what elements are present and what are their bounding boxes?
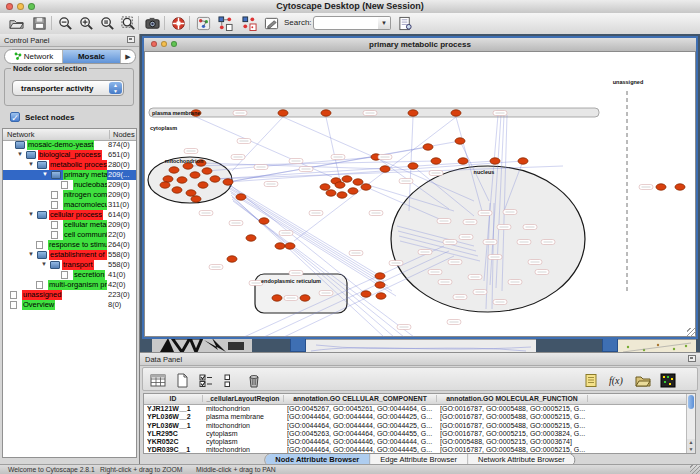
scrollbar-arrows[interactable]: ▲▼	[687, 439, 695, 453]
tabs-overflow-arrow[interactable]: ▶	[121, 50, 135, 63]
save-button[interactable]	[29, 14, 49, 32]
svg-text:cytoplasm: cytoplasm	[150, 125, 177, 131]
tree-row-count: 558(0)	[108, 260, 130, 270]
open-file-button[interactable]	[6, 14, 26, 32]
window-resize-grip[interactable]	[690, 464, 700, 474]
tree-row-label: establishment of lo	[49, 250, 107, 260]
status-pan-hint: Middle-click + drag to PAN	[196, 466, 276, 473]
scrollbar-thumb[interactable]	[688, 395, 694, 409]
tree-row[interactable]: ▼metabolic process280(0)	[3, 160, 136, 170]
zoom-fit-button[interactable]	[118, 14, 138, 32]
attribute-grid-button[interactable]	[148, 370, 168, 389]
network-window-titlebar[interactable]: primary metabolic process	[144, 38, 696, 52]
tree-row[interactable]: ▼primary metabo209(...	[3, 170, 136, 180]
table-cell: [GO:0005488, GO:0005215, GO:0003674]	[440, 438, 588, 446]
tree-row-count: 209(...	[108, 170, 129, 180]
table-row[interactable]: YPL036W__1mitochondrion[GO:0044464, GO:0…	[144, 422, 686, 430]
file-icon	[36, 281, 43, 289]
tree-row[interactable]: ▼establishment of lo558(0)	[3, 250, 136, 260]
table-row[interactable]: YPL036W__2plasma membrane[GO:0044464, GO…	[144, 413, 686, 421]
import-network-button[interactable]	[215, 14, 235, 32]
tree-row[interactable]: cell communicat22(0)	[3, 230, 136, 240]
tree-row[interactable]: secretion41(0)	[3, 270, 136, 280]
window-resize-grip[interactable]	[687, 328, 696, 337]
node-color-select[interactable]: transporter activity ▲▼	[12, 80, 124, 96]
network-canvas[interactable]: plasma membranecytoplasmmitochondrionnuc…	[144, 51, 696, 337]
help-lifesaver-button[interactable]	[168, 14, 188, 32]
network-window-title: primary metabolic process	[144, 40, 696, 49]
table-cell: YKR052C	[147, 438, 202, 446]
tree-row[interactable]: ▼biological_process651(0)	[3, 150, 136, 160]
tree-row[interactable]: mosaic-demo-yeast874(0)	[3, 140, 136, 150]
tree-row[interactable]: ▼cellular process614(0)	[3, 210, 136, 220]
search-options-button[interactable]	[395, 14, 415, 32]
tree-row-label: nitrogen compo	[63, 190, 107, 200]
select-attributes-button[interactable]	[196, 370, 216, 389]
search-input[interactable]	[313, 16, 381, 30]
snapshot-camera-button[interactable]	[142, 14, 162, 32]
annotation-button[interactable]	[261, 14, 281, 32]
expander-icon[interactable]: ▼	[28, 211, 34, 217]
tree-row[interactable]: ▼transport558(0)	[3, 260, 136, 270]
col-go-molecular-function[interactable]: annotation.GO MOLECULAR_FUNCTION	[437, 395, 588, 402]
attribute-table-body: YJR121W__1mitochondrion[GO:0045267, GO:0…	[144, 405, 686, 453]
select-nodes-checkbox[interactable]: ✓	[10, 112, 20, 122]
zoom-selected-button[interactable]	[97, 14, 117, 32]
expander-icon[interactable]: ▼	[28, 251, 34, 257]
data-panel-title: Data Panel	[145, 355, 182, 364]
desktop-area: primary metabolic process plasma membran…	[140, 34, 700, 352]
tree-row-label: nucleobase-	[73, 180, 107, 190]
tree-row-label: mosaic-demo-yeast	[27, 140, 94, 150]
float-panel-icon[interactable]	[127, 36, 135, 43]
zoom-out-button[interactable]	[55, 14, 75, 32]
table-row[interactable]: YJR121W__1mitochondrion[GO:0045267, GO:0…	[144, 405, 686, 413]
tab-mosaic[interactable]: Mosaic	[63, 50, 121, 63]
tree-row[interactable]: macromolecule311(0)	[3, 200, 136, 210]
background-window-fragment[interactable]	[602, 337, 618, 352]
tree-row[interactable]: response to stimulu264(0)	[3, 240, 136, 250]
background-window-fragment[interactable]	[306, 339, 536, 352]
tree-col-nodes: Nodes	[109, 130, 135, 139]
expander-icon[interactable]: ▼	[42, 171, 48, 177]
tree-row-label: biological_process	[38, 150, 102, 160]
col-go-cellular-component[interactable]: annotation.GO CELLULAR_COMPONENT	[284, 395, 437, 402]
vizmapper-button[interactable]	[193, 14, 213, 32]
tab-network[interactable]: Network	[5, 50, 63, 63]
formula-button[interactable]: f(x)	[607, 370, 627, 389]
float-panel-icon[interactable]	[688, 355, 696, 362]
zoom-in-button[interactable]	[76, 14, 96, 32]
network-view-window: primary metabolic process plasma membran…	[142, 36, 698, 339]
expander-icon[interactable]: ▼	[28, 161, 34, 167]
select-stepper-icon: ▲▼	[109, 82, 122, 94]
col-cellular-layout-region[interactable]: _cellularLayoutRegion	[203, 395, 284, 402]
tree-row[interactable]: Overview8(0)	[3, 300, 136, 310]
table-row[interactable]: YKR052Ccytoplasm[GO:0044464, GO:0044446,…	[144, 438, 686, 446]
status-bar: Welcome to Cytoscape 2.8.1 Right-click +…	[0, 464, 700, 474]
import-network-file-button[interactable]	[239, 14, 259, 32]
tree-row[interactable]: nucleobase-209(0)	[3, 180, 136, 190]
import-attributes-button[interactable]	[633, 370, 653, 389]
tree-row[interactable]: unassigned223(0)	[3, 290, 136, 300]
expander-icon[interactable]: ▼	[41, 261, 47, 267]
table-row[interactable]: YLR295Ccytoplasm[GO:0045263, GO:0044464,…	[144, 430, 686, 438]
background-window-fragment[interactable]	[290, 337, 306, 352]
tree-row[interactable]: nitrogen compo209(0)	[3, 190, 136, 200]
notepad-button[interactable]	[581, 370, 601, 389]
tree-body: mosaic-demo-yeast874(0)▼biological_proce…	[3, 140, 136, 457]
tree-row-count: 8(0)	[108, 300, 121, 310]
tree-row[interactable]: multi-organism pro42(0)	[3, 280, 136, 290]
expander-icon[interactable]: ▼	[17, 151, 23, 157]
col-id[interactable]: ID	[144, 395, 203, 402]
unselect-attributes-button[interactable]	[220, 370, 240, 389]
main-toolbar: Search: ▼	[0, 13, 700, 35]
matrix-button[interactable]	[658, 370, 678, 389]
search-dropdown-button[interactable]: ▼	[378, 16, 391, 30]
table-vertical-scrollbar[interactable]: ▲▼	[686, 394, 695, 453]
new-attribute-button[interactable]	[172, 370, 192, 389]
delete-attribute-button[interactable]	[244, 370, 264, 389]
tree-row[interactable]: cellular metabol209(0)	[3, 220, 136, 230]
table-cell: [GO:0016787, GO:0005488, GO:0005215, G..…	[440, 422, 588, 430]
svg-text:endoplasmic reticulum: endoplasmic reticulum	[261, 278, 321, 284]
background-window-fragment[interactable]	[618, 339, 696, 352]
tree-row-label: macromolecule	[63, 200, 107, 210]
